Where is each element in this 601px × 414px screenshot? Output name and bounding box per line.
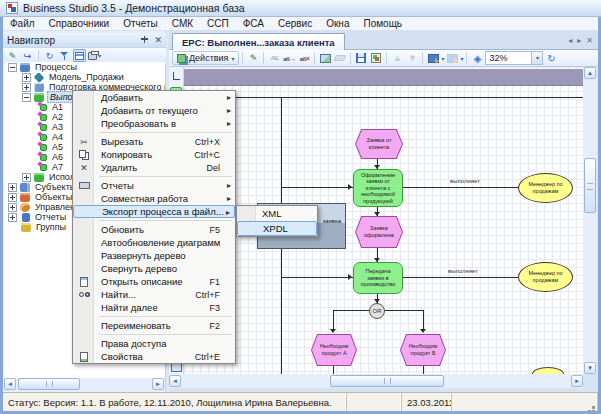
menu-item-refresh[interactable]: ОбновитьF5 (73, 223, 235, 236)
move-up-icon[interactable]: ▲ (390, 51, 404, 65)
menu-item-add-from-current[interactable]: Добавить от текущего▸ (73, 104, 235, 117)
menu-item-reports[interactable]: Отчеты▸ (73, 179, 235, 192)
event-shape-product-a-needed[interactable]: Необходим продукт А (311, 334, 357, 366)
expand-icon[interactable] (8, 213, 17, 222)
event-shape-order-received[interactable]: Заявка от клиента (355, 129, 403, 159)
tree-item-model-sales[interactable]: Модель_Продажи (4, 72, 165, 82)
dropdown-arrow-icon[interactable]: ▾ (460, 55, 463, 62)
image-icon[interactable] (318, 51, 332, 65)
eraser-icon[interactable] (333, 51, 347, 65)
scroll-down-icon[interactable]: ▾ (584, 362, 596, 374)
menu-item-expand-tree[interactable]: Развернуть дерево (73, 249, 235, 262)
dropdown-arrow-icon[interactable]: ▾ (531, 52, 542, 64)
scroll-thumb[interactable] (18, 378, 80, 390)
spellcheck-icon[interactable]: АБ (267, 51, 281, 65)
refresh-icon[interactable]: ↻ (43, 49, 56, 62)
expand-icon[interactable] (22, 73, 31, 82)
menu-item-add[interactable]: Добавить▸ (73, 91, 235, 104)
copy-diagram-icon[interactable] (445, 51, 459, 65)
connector-tool-icon[interactable] (172, 71, 181, 80)
menu-fsa[interactable]: ФСА (236, 18, 271, 29)
spellcheck-next-icon[interactable]: аб→ (282, 51, 296, 65)
menu-references[interactable]: Справочники (42, 18, 117, 29)
function-shape-transfer-order[interactable]: Передача заявки в производство (353, 262, 403, 294)
menu-item-convert-to[interactable]: Преобразовать в▸ (73, 117, 235, 130)
export-diagram-icon[interactable] (426, 51, 440, 65)
menu-item-delete[interactable]: ✕УдалитьDel (73, 161, 235, 174)
refresh-diagram-icon[interactable]: ↻ (544, 51, 558, 65)
menu-item-copy[interactable]: КопироватьCtrl+C (73, 148, 235, 161)
function-shape-register-order[interactable]: Оформление заявки от клиента с необходим… (353, 169, 403, 207)
window-icon[interactable] (73, 49, 86, 62)
menu-file[interactable]: Файл (3, 18, 42, 29)
filter-icon[interactable] (58, 49, 71, 62)
tab-next-icon[interactable]: ▸ (577, 36, 581, 45)
role-shape-sales-manager-1[interactable]: Менеджер по продажам (518, 173, 573, 203)
title-bar[interactable]: Business Studio 3.5 - Демонстрационная б… (0, 0, 601, 17)
menu-item-collaboration[interactable]: Совместная работа▸ (73, 192, 235, 205)
edit-diagram-icon[interactable]: ✎ (246, 51, 260, 65)
diagram-hscrollbar[interactable]: ◂ ▸ (169, 374, 583, 388)
tab-prev-icon[interactable]: ◂ (568, 36, 572, 45)
actions-button[interactable]: Действия▾ (172, 51, 239, 65)
dropdown-arrow-icon[interactable]: ▾ (441, 55, 444, 62)
save-icon[interactable] (354, 51, 368, 65)
menu-item-open-description[interactable]: Открыть описаниеF1 (73, 275, 235, 288)
expand-icon[interactable] (8, 193, 17, 202)
diagram-vscrollbar[interactable]: ▴ ▾ (583, 67, 597, 374)
print-icon[interactable]: ▾ (88, 49, 101, 62)
menu-item-find-next[interactable]: Найти далееF3 (73, 301, 235, 314)
role-shape-partial[interactable] (532, 367, 564, 374)
menu-ssp[interactable]: ССП (200, 18, 236, 29)
event-shape-product-b-needed[interactable]: Необходим продукт Б (400, 334, 446, 366)
scroll-thumb[interactable] (330, 375, 444, 387)
groups-icon (21, 223, 31, 232)
tab-epc-diagram[interactable]: EPC: Выполнен...заказа клиента (172, 33, 345, 50)
menu-item-collapse-tree[interactable]: Свернуть дерево (73, 262, 235, 275)
role-shape-sales-manager-2[interactable]: Менеджер по продажам (518, 262, 573, 292)
scroll-up-icon[interactable]: ▴ (584, 67, 596, 79)
event-shape-order-registered[interactable]: Заявка оформлена (355, 216, 403, 248)
scroll-right-icon[interactable]: ▸ (152, 378, 164, 390)
app-icon (6, 2, 18, 14)
spellcheck-stop-icon[interactable]: аб× (297, 51, 311, 65)
menu-item-find[interactable]: Найти...Ctrl+F (73, 288, 235, 301)
menu-windows[interactable]: Окна (319, 18, 356, 29)
menu-help[interactable]: Помощь (356, 18, 409, 29)
menu-item-auto-update-diagrams[interactable]: Автообновление диаграмм (73, 236, 235, 249)
collapse-icon[interactable] (8, 63, 17, 72)
check-diagram-icon[interactable] (369, 51, 383, 65)
tree-item-processes[interactable]: Процессы (4, 62, 165, 72)
move-down-icon[interactable]: ▼ (405, 51, 419, 65)
edit-icon[interactable]: ✎ (6, 49, 19, 62)
expand-icon[interactable] (8, 203, 17, 212)
pin-icon[interactable] (140, 36, 149, 45)
menu-item-access-rights[interactable]: Права доступа (73, 337, 235, 350)
submenu-item-xpdl[interactable]: XPDL (237, 221, 317, 236)
menu-item-export-process[interactable]: Экспорт процесса в файл...▸ (73, 205, 235, 218)
menu-item-cut[interactable]: ✂ВырезатьCtrl+X (73, 135, 235, 148)
zoom-combobox[interactable]: 32%▾ (485, 51, 543, 65)
navigator-hscrollbar[interactable]: ◂ ▸ (4, 378, 165, 390)
menu-item-properties[interactable]: СвойстваCtrl+E (73, 350, 235, 363)
submenu-item-xml[interactable]: XML (237, 206, 317, 221)
menu-item-rename[interactable]: ПереименоватьF2 (73, 319, 235, 332)
menu-service[interactable]: Сервис (271, 18, 319, 29)
tab-close-icon[interactable]: ✕ (586, 36, 593, 45)
scroll-left-icon[interactable]: ◂ (169, 375, 181, 387)
goto-icon[interactable]: ↪ (21, 49, 34, 62)
close-icon[interactable]: ✕ (154, 36, 162, 45)
submenu-arrow-icon: ▸ (226, 208, 230, 217)
scroll-left-icon[interactable]: ◂ (4, 378, 16, 390)
or-gateway-shape[interactable]: OR (369, 303, 385, 319)
expand-icon[interactable] (8, 183, 17, 192)
palette-bottom-icon[interactable] (171, 363, 182, 372)
expand-icon[interactable] (22, 83, 31, 92)
scroll-thumb[interactable] (584, 158, 596, 213)
fit-zoom-icon[interactable]: ◈ (470, 51, 484, 65)
expand-icon[interactable] (22, 173, 31, 182)
menu-smk[interactable]: СМК (165, 18, 200, 29)
menu-reports[interactable]: Отчеты (116, 18, 165, 29)
scroll-right-icon[interactable]: ▸ (571, 375, 583, 387)
collapse-icon[interactable] (22, 93, 31, 102)
